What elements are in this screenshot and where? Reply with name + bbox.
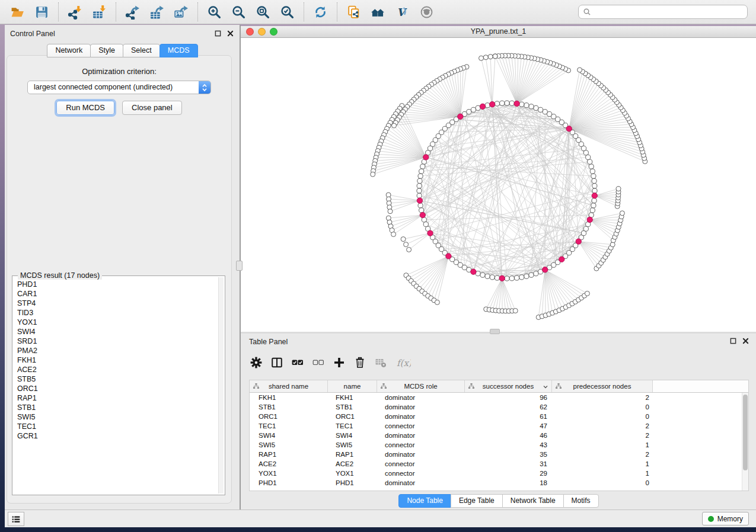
mcds-result-item[interactable]: ACE2 bbox=[17, 365, 216, 374]
table-row[interactable]: RAP1RAP1dominator352 bbox=[250, 450, 748, 459]
table-row[interactable]: TEC1TEC1connector472 bbox=[250, 421, 748, 431]
trash-button[interactable] bbox=[354, 355, 366, 370]
mcds-result-item[interactable]: SRD1 bbox=[17, 336, 216, 346]
mcds-result-item[interactable]: SWI4 bbox=[17, 327, 216, 336]
network-canvas[interactable] bbox=[241, 38, 756, 332]
cell-successor-nodes: 96 bbox=[465, 394, 552, 401]
zoom-selected-button[interactable] bbox=[275, 2, 299, 22]
mcds-result-item[interactable]: STB5 bbox=[17, 374, 216, 384]
table-row[interactable]: SWI4SWI4dominator462 bbox=[250, 431, 748, 440]
delete-table-button[interactable] bbox=[375, 355, 387, 370]
mcds-list-scrollbar[interactable] bbox=[218, 277, 224, 493]
table-close-button[interactable] bbox=[742, 337, 749, 345]
column-header-successor-nodes[interactable]: successor nodes bbox=[465, 380, 552, 392]
zoom-out-button[interactable] bbox=[227, 2, 251, 22]
zoom-fit-button[interactable] bbox=[251, 2, 275, 22]
column-header-shared-name[interactable]: shared name bbox=[250, 380, 328, 392]
mcds-result-item[interactable]: TID3 bbox=[17, 308, 216, 318]
cell-shared-name: FKH1 bbox=[250, 394, 328, 401]
tab-style[interactable]: Style bbox=[90, 44, 123, 57]
tab-node-table[interactable]: Node Table bbox=[398, 494, 451, 508]
column-header-mcds-role[interactable]: MCDS role bbox=[377, 380, 465, 392]
refresh-view-button[interactable] bbox=[308, 2, 333, 22]
search-input[interactable] bbox=[591, 8, 747, 16]
cell-mcds-role: dominator bbox=[377, 403, 465, 411]
window-zoom-button[interactable] bbox=[270, 28, 277, 36]
letter-v-slash-button[interactable]: V bbox=[390, 2, 414, 22]
network-graph[interactable] bbox=[241, 38, 756, 332]
memory-button[interactable]: Memory bbox=[702, 512, 749, 525]
zoom-in-button[interactable] bbox=[202, 2, 227, 22]
mcds-result-item[interactable]: STB1 bbox=[17, 403, 216, 412]
mcds-result-item[interactable]: GCR1 bbox=[17, 431, 216, 441]
select-all-button[interactable] bbox=[292, 355, 304, 370]
chevron-up-down-icon bbox=[202, 83, 208, 92]
add-button[interactable] bbox=[333, 355, 345, 370]
mcds-result-item[interactable]: FKH1 bbox=[17, 355, 216, 365]
horizontal-splitter-handle[interactable] bbox=[490, 329, 500, 334]
export-image-button[interactable] bbox=[169, 2, 193, 22]
tab-network[interactable]: Network bbox=[47, 44, 91, 57]
table-toolbar: f(x) bbox=[250, 350, 411, 376]
function-button[interactable]: f(x) bbox=[395, 355, 411, 370]
clone-network-button[interactable] bbox=[342, 2, 366, 22]
tab-edge-table[interactable]: Edge Table bbox=[451, 494, 503, 508]
column-header-name[interactable]: name bbox=[328, 380, 377, 392]
mcds-result-item[interactable]: PHD1 bbox=[17, 280, 216, 289]
deselect-all-button[interactable] bbox=[312, 355, 324, 370]
vertical-splitter-handle[interactable] bbox=[236, 261, 243, 271]
cell-name: SWI5 bbox=[328, 441, 377, 448]
tab-network-table[interactable]: Network Table bbox=[502, 494, 564, 508]
tab-mcds[interactable]: MCDS bbox=[160, 44, 198, 57]
window-close-button[interactable] bbox=[246, 28, 254, 36]
table-scrollbar[interactable] bbox=[742, 393, 748, 491]
optimization-criterion-label: Optimization criterion: bbox=[7, 67, 231, 76]
mcds-result-item[interactable]: PMA2 bbox=[17, 346, 216, 355]
mcds-result-item[interactable]: ORC1 bbox=[17, 384, 216, 393]
table-row[interactable]: ACE2ACE2connector311 bbox=[250, 459, 748, 469]
import-network-icon bbox=[68, 5, 82, 20]
cell-shared-name: PHD1 bbox=[250, 479, 328, 486]
table-row[interactable]: PHD1PHD1dominator180 bbox=[250, 478, 748, 488]
mcds-result-item[interactable]: STP4 bbox=[17, 299, 216, 308]
export-table-button[interactable] bbox=[145, 2, 169, 22]
save-session-button[interactable] bbox=[30, 2, 54, 22]
mcds-result-item[interactable]: SWI5 bbox=[17, 412, 216, 422]
mcds-result-item[interactable]: RAP1 bbox=[17, 393, 216, 403]
table-float-button[interactable] bbox=[729, 337, 737, 345]
task-history-button[interactable] bbox=[8, 512, 24, 526]
table-row[interactable]: YOX1YOX1connector291 bbox=[250, 469, 748, 478]
table-row[interactable]: ORC1ORC1dominator610 bbox=[250, 412, 748, 421]
table-row[interactable]: STB1STB1dominator620 bbox=[250, 402, 748, 412]
mcds-result-item[interactable]: CAR1 bbox=[17, 289, 216, 299]
export-network-button[interactable] bbox=[120, 2, 145, 22]
home-networks-button[interactable] bbox=[366, 2, 390, 22]
show-eye-button[interactable] bbox=[414, 2, 439, 22]
open-file-button[interactable] bbox=[5, 2, 30, 22]
run-mcds-button[interactable]: Run MCDS bbox=[56, 101, 114, 115]
table-row[interactable]: SWI5SWI5connector431 bbox=[250, 440, 748, 450]
import-network-button[interactable] bbox=[63, 2, 87, 22]
gear-button[interactable] bbox=[250, 355, 262, 370]
import-table-icon bbox=[92, 5, 107, 20]
mcds-result-item[interactable]: YOX1 bbox=[17, 318, 216, 327]
criterion-dropdown[interactable]: largest connected component (undirected) bbox=[27, 81, 211, 94]
search-box[interactable] bbox=[578, 5, 748, 19]
table-row[interactable]: FKH1FKH1dominator962 bbox=[250, 393, 748, 402]
float-panel-button[interactable] bbox=[214, 30, 222, 37]
tab-motifs[interactable]: Motifs bbox=[563, 494, 599, 508]
table-panel-title: Table Panel bbox=[249, 338, 288, 346]
table-scrollbar-thumb[interactable] bbox=[743, 395, 748, 470]
toolbar-separator bbox=[197, 2, 198, 21]
column-header-predecessor-nodes[interactable]: predecessor nodes bbox=[552, 380, 653, 392]
split-panel-button[interactable] bbox=[271, 355, 283, 370]
window-minimize-button[interactable] bbox=[258, 28, 266, 36]
import-table-button[interactable] bbox=[87, 2, 111, 22]
toolbar-separator bbox=[304, 2, 304, 21]
table-panel: Table Panel f(x) shared namenameMCDS rol… bbox=[241, 334, 756, 509]
mcds-result-item[interactable]: TEC1 bbox=[17, 422, 216, 431]
close-panel-button[interactable] bbox=[227, 30, 234, 37]
tab-select[interactable]: Select bbox=[123, 44, 160, 57]
close-panel-action-button[interactable]: Close panel bbox=[122, 101, 182, 115]
table-tabs: Node TableEdge TableNetwork TableMotifs bbox=[241, 494, 756, 508]
